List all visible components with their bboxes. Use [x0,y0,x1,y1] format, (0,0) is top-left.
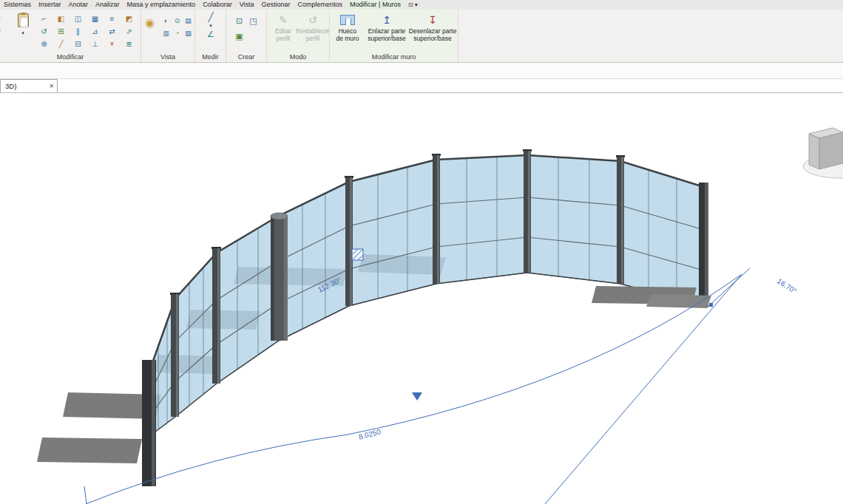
detach-top-base-icon: ↧ [428,12,437,27]
tab-masa-y-emplazamiento[interactable]: Masa y emplazamiento [123,0,200,10]
measure-icon[interactable]: ╱ [208,13,213,22]
panel-modificar: ▻ ✂ ▾ ⌐ ◧ ◫ ▦ ≡ ◩ ↺ ⊞ ∥ ⊿ ⇄ ⇗ ⊕ ╱ [0,10,141,62]
attach-label-2: superior/base [368,35,406,42]
match-properties-icon[interactable]: ≣ [121,38,138,50]
edit-profile-button[interactable]: ✎ Editar perfil [268,10,298,52]
create-parts-icon[interactable]: ⊡ [232,13,246,29]
viewcube-left-face[interactable] [809,134,819,169]
angle-dimension-icon[interactable]: ∠ [207,30,214,39]
select-cursor-icon[interactable]: ▻ [0,13,1,21]
mullion-post[interactable] [432,154,441,284]
panel-label-modo: Modo [267,52,329,62]
panel-label-modificar-muro: Modificar muro [330,52,458,62]
panel-modificar-tools: ▻ ✂ ▾ ⌐ ◧ ◫ ▦ ≡ ◩ ↺ ⊞ ∥ ⊿ ⇄ ⇗ ⊕ ╱ [0,10,140,52]
paste-clipboard-icon [18,13,29,27]
mullion-post[interactable] [211,247,221,384]
offset-icon[interactable]: ∥ [70,25,87,38]
close-icon[interactable]: ✕ [49,83,54,89]
tab-vista[interactable]: Vista [236,0,258,10]
mullion-post-end[interactable] [699,183,708,307]
view-tab-label: 3D) [5,82,16,90]
panel-medir: ╱ ▾ ∠ Medir [195,10,226,62]
tab-complementos[interactable]: Complementos [294,0,347,10]
drawing-area[interactable]: 112.30° 8.0250 16.70° [0,93,843,504]
attach-label-1: Enlazar parte [368,27,406,35]
delete-icon[interactable]: × [104,38,121,50]
isolate-icon[interactable]: ⊙ [172,14,183,27]
detach-label-2: superior/base [413,35,452,42]
edit-profile-label-2: perfil [277,35,290,42]
trim-corner-icon[interactable]: ⊿ [87,25,104,38]
create-assembly-icon[interactable]: ◳ [246,13,260,29]
thin-lines-icon[interactable]: ▥ [160,27,172,39]
reset-profile-icon: ↺ [308,12,317,27]
temporary-hide-icon[interactable]: ◐ [160,14,172,27]
arc-length-dimension[interactable]: 8.0250 [358,427,382,441]
cut-profile-icon[interactable]: ✂ [0,27,1,35]
cut-geometry-icon[interactable]: ◧ [53,13,70,25]
mullion-post[interactable] [616,155,625,284]
ribbon-display-toggle[interactable]: ⊡ ▾ [404,0,422,10]
section-box-icon[interactable]: ▧ [183,27,194,39]
vista-tools-grid: ◐ ⊙ ▤ ▥ ◔ ▧ [160,14,194,39]
reveal-hidden-icon[interactable]: ◉ [145,16,155,30]
pin-icon[interactable]: ⊥ [87,38,104,50]
ribbon: ▻ ✂ ▾ ⌐ ◧ ◫ ▦ ≡ ◩ ↺ ⊞ ∥ ⊿ ⇄ ⇗ ⊕ ╱ [0,10,843,63]
panel-label-medir: Medir [195,52,226,62]
mullion-post[interactable] [170,293,180,417]
attach-top-base-button[interactable]: ↥ Enlazar parte superior/base [365,10,408,52]
edit-profile-icon: ✎ [279,12,288,27]
tab-anotar[interactable]: Anotar [65,0,92,10]
tab-sistemas[interactable]: Sistemas [0,0,35,10]
mullion-post-near[interactable] [142,360,156,486]
copy-icon[interactable]: ⊞ [53,25,70,38]
paint-icon[interactable]: ◩ [121,13,138,25]
panel-label-vista: Vista [141,52,194,62]
view-tab-3d[interactable]: 3D) ✕ [0,79,58,92]
scale-icon[interactable]: ⇗ [121,25,138,38]
dimension-texts: 112.30° 8.0250 16.70° [316,276,798,441]
panel-label-crear: Crear [226,52,266,62]
rotate-icon[interactable]: ↺ [35,25,53,38]
cylinder-column[interactable] [271,213,288,341]
panel-label-modificar: Modificar [0,52,140,62]
mullion-post[interactable] [523,149,532,273]
array-icon[interactable]: ▦ [87,13,104,25]
panel-modificar-muro: Hueco de muro ↥ Enlazar parte superior/b… [330,10,458,62]
chevron-down-icon[interactable]: ▾ [209,24,212,28]
panel-muro-tools: Hueco de muro ↥ Enlazar parte superior/b… [330,10,458,52]
create-group-icon[interactable]: ▣ [232,29,246,44]
mirror-icon[interactable]: ◫ [70,13,87,25]
split-icon[interactable]: ╱ [53,38,70,50]
detach-label-1: Desenlazar parte [409,27,457,35]
tab-modificar-muros[interactable]: Modificar | Muros [346,0,404,10]
viewcube[interactable] [803,128,843,178]
unjoin-icon[interactable]: ⊟ [70,38,87,50]
crop-view-icon[interactable]: ◔ [172,27,183,39]
tab-gestionar[interactable]: Gestionar [258,0,294,10]
drag-arrow-grip[interactable] [412,392,422,401]
paste-button[interactable]: ▾ [13,13,33,36]
attach-top-base-icon: ↥ [382,12,391,27]
viewcube-front-face[interactable] [819,132,843,169]
cope-icon[interactable]: ⌐ [35,13,53,25]
dimension-witness-line [84,486,87,504]
wall-opening-label-2: de muro [336,35,359,42]
align-icon[interactable]: ≡ [104,13,121,25]
detach-top-base-button[interactable]: ↧ Desenlazar parte superior/base [408,10,457,52]
trim-extend-icon[interactable]: ⇄ [104,25,121,38]
wall-opening-button[interactable]: Hueco de muro [330,10,365,52]
end-angle-dimension[interactable]: 16.70° [776,276,798,295]
wall-opening-label-1: Hueco [339,27,357,35]
panel-modo-tools: ✎ Editar perfil ↺ Restablecer perfil [267,10,329,52]
graphics-display-icon[interactable]: ▤ [183,14,194,27]
tab-analizar[interactable]: Analizar [92,0,123,10]
wall-end-grip[interactable] [709,303,713,307]
mullion-post[interactable] [345,176,353,306]
move-icon[interactable]: ⊕ [35,38,53,50]
ribbon-empty-space [458,10,843,62]
tab-insertar[interactable]: Insertar [35,0,65,10]
dimension-witness-line [708,268,750,307]
tab-colaborar[interactable]: Colaborar [199,0,236,10]
reset-profile-button[interactable]: ↺ Restablecer perfil [298,10,328,52]
